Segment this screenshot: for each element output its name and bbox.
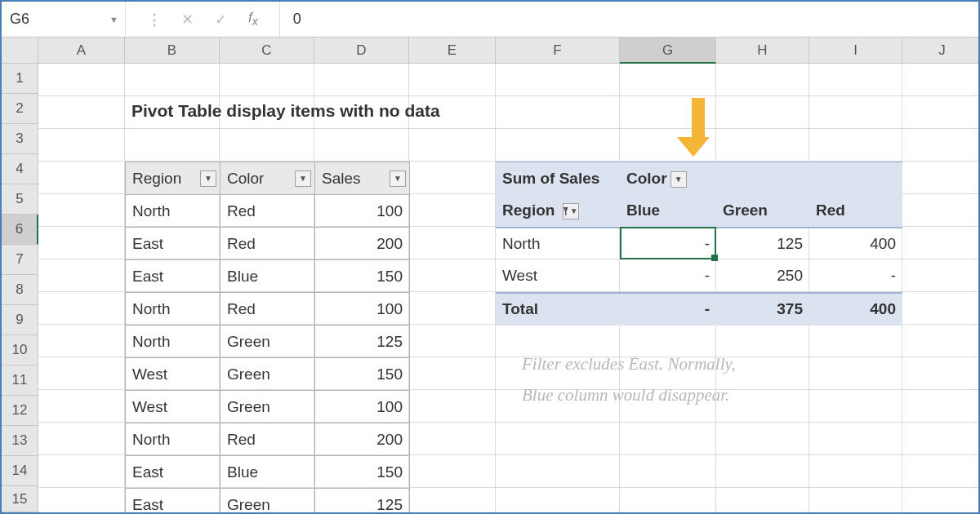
table-row: WestGreen150 <box>126 358 410 391</box>
row-header-10[interactable]: 10 <box>2 335 38 366</box>
row-header-11[interactable]: 11 <box>2 366 38 396</box>
name-box-value: G6 <box>10 11 29 28</box>
filter-dropdown-icon[interactable]: ▼ <box>295 171 311 187</box>
row-header-2[interactable]: 2 <box>2 94 38 124</box>
table-cell[interactable]: 200 <box>315 228 410 260</box>
col-header-E[interactable]: E <box>409 38 496 64</box>
pivot-header-row: Sum of Sales Color▼ <box>496 162 902 195</box>
pivot-value-label: Sum of Sales <box>496 162 620 195</box>
table-cell[interactable]: East <box>126 456 220 489</box>
table-cell[interactable]: East <box>126 228 220 260</box>
pivot-col-field[interactable]: Color▼ <box>620 162 716 195</box>
confirm-icon[interactable]: ✓ <box>215 11 227 29</box>
table-header-row: Region▼ Color▼ Sales▼ <box>126 162 410 195</box>
row-header-8[interactable]: 8 <box>2 275 38 305</box>
table-row: EastBlue150 <box>126 456 410 489</box>
col-header-A[interactable]: A <box>38 38 125 64</box>
pivot-cell <box>809 162 902 195</box>
row-header-6[interactable]: 6 <box>2 215 38 245</box>
fx-icon[interactable]: fx <box>248 10 258 28</box>
table-cell[interactable]: 125 <box>315 326 410 358</box>
row-header-3[interactable]: 3 <box>2 124 38 154</box>
row-header-13[interactable]: 13 <box>2 426 38 456</box>
annotation-note: Filter excludes East. Normally, Blue col… <box>522 349 736 411</box>
table-cell[interactable]: 100 <box>315 391 410 423</box>
filter-dropdown-icon[interactable]: ▼ <box>200 171 216 187</box>
table-cell[interactable]: 200 <box>315 423 410 456</box>
col-header-C[interactable]: C <box>220 38 314 64</box>
col-header-F[interactable]: F <box>496 38 620 64</box>
col-header-B[interactable]: B <box>125 38 220 64</box>
name-box[interactable]: G6 ▼ <box>2 2 126 37</box>
row-header-4[interactable]: 4 <box>2 154 38 184</box>
pivot-value: - <box>620 228 716 260</box>
select-all-corner[interactable] <box>2 38 38 64</box>
table-row: EastRed200 <box>126 228 410 260</box>
row-header-15[interactable]: 15 <box>2 486 38 512</box>
table-cell[interactable]: North <box>126 293 220 326</box>
table-cell[interactable]: Red <box>220 423 315 456</box>
col-header-sales[interactable]: Sales▼ <box>315 162 410 195</box>
pivot-total: 375 <box>716 293 809 326</box>
chevron-down-icon[interactable]: ▼ <box>109 15 118 24</box>
table-cell[interactable]: Green <box>220 358 315 391</box>
col-header-J[interactable]: J <box>902 38 980 64</box>
table-cell[interactable]: North <box>126 326 220 358</box>
row-header-9[interactable]: 9 <box>2 305 38 335</box>
table-cell[interactable]: 150 <box>315 358 410 391</box>
pivot-value: - <box>809 260 902 293</box>
table-cell[interactable]: East <box>126 260 220 293</box>
cancel-icon[interactable]: ✕ <box>181 11 194 29</box>
table-cell[interactable]: North <box>126 423 220 456</box>
table-cell[interactable]: West <box>126 391 220 423</box>
pivot-row: North - 125 400 <box>496 228 902 260</box>
column-headers: ABCDEFGHIJ <box>38 38 980 64</box>
formula-value: 0 <box>293 11 301 28</box>
table-cell[interactable]: Green <box>220 326 315 358</box>
table-row: NorthRed200 <box>126 423 410 456</box>
formula-bar: G6 ▼ ⋮ ✕ ✓ fx 0 <box>2 2 978 38</box>
table-cell[interactable]: 100 <box>315 195 410 228</box>
table-cell[interactable]: Blue <box>220 456 315 489</box>
chevron-down-icon[interactable]: ▼ <box>670 171 687 188</box>
filter-dropdown-icon[interactable]: ▼ <box>390 171 406 187</box>
ellipsis-icon: ⋮ <box>147 11 160 29</box>
pivot-value: 125 <box>716 228 809 260</box>
pivot-total: 400 <box>809 293 902 326</box>
table-cell[interactable]: 125 <box>315 489 410 515</box>
table-cell[interactable]: 150 <box>315 456 410 489</box>
col-header-color[interactable]: Color▼ <box>220 162 315 195</box>
table-cell[interactable]: Red <box>220 293 315 326</box>
filter-active-icon[interactable]: ▼ <box>563 203 579 219</box>
table-cell[interactable]: Green <box>220 391 315 423</box>
col-header-region[interactable]: Region▼ <box>126 162 220 195</box>
row-header-5[interactable]: 5 <box>2 184 38 215</box>
table-cell[interactable]: West <box>126 358 220 391</box>
col-header-D[interactable]: D <box>314 38 409 64</box>
row-header-12[interactable]: 12 <box>2 396 38 426</box>
table-cell[interactable]: North <box>126 195 220 228</box>
table-row: EastGreen125 <box>126 489 410 515</box>
row-header-14[interactable]: 14 <box>2 456 38 486</box>
col-header-I[interactable]: I <box>809 38 902 64</box>
row-header-7[interactable]: 7 <box>2 245 38 275</box>
table-cell[interactable]: 100 <box>315 293 410 326</box>
table-cell[interactable]: Red <box>220 228 315 260</box>
pivot-table: Sum of Sales Color▼ Region ▼ Blue Green … <box>496 162 902 326</box>
table-cell[interactable]: 150 <box>315 260 410 293</box>
cell-grid[interactable]: Pivot Table display items with no data R… <box>38 64 978 512</box>
table-cell[interactable]: Green <box>220 489 315 515</box>
pivot-col-red: Red <box>809 195 902 228</box>
table-cell[interactable]: Red <box>220 195 315 228</box>
formula-input[interactable]: 0 <box>280 2 978 37</box>
table-cell[interactable]: East <box>126 489 220 515</box>
table-row: NorthRed100 <box>126 293 410 326</box>
pivot-row: West - 250 - <box>496 260 902 293</box>
col-header-H[interactable]: H <box>716 38 809 64</box>
pivot-subheader-row: Region ▼ Blue Green Red <box>496 195 902 228</box>
table-cell[interactable]: Blue <box>220 260 315 293</box>
pivot-col-blue: Blue <box>620 195 716 228</box>
pivot-row-field[interactable]: Region ▼ <box>496 195 620 228</box>
row-header-1[interactable]: 1 <box>2 64 38 94</box>
col-header-G[interactable]: G <box>620 38 716 64</box>
